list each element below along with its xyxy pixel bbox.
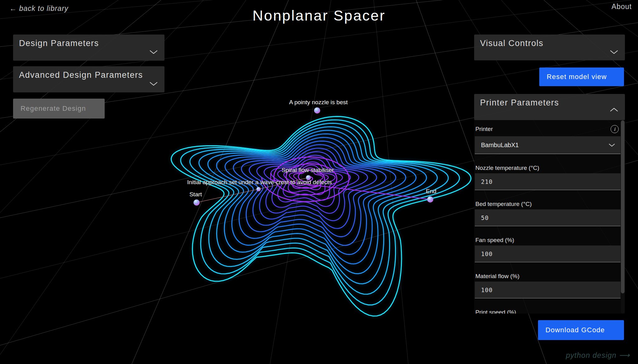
annotation-approach: Initial approach set under a wave-crest … bbox=[187, 179, 332, 186]
regenerate-design-button[interactable]: Regenerate Design bbox=[13, 99, 105, 119]
visual-controls-title: Visual Controls bbox=[480, 39, 544, 48]
scrollbar-thumb[interactable] bbox=[621, 120, 625, 293]
fan-speed-label: Fan speed (%) bbox=[475, 232, 621, 245]
advanced-design-parameters-title: Advanced Design Parameters bbox=[19, 70, 143, 80]
download-gcode-button[interactable]: Download GCode bbox=[538, 320, 624, 340]
material-flow-input[interactable] bbox=[475, 282, 621, 298]
visual-controls-header[interactable]: Visual Controls bbox=[474, 35, 625, 61]
advanced-design-parameters-panel: Advanced Design Parameters bbox=[13, 66, 164, 92]
annotation-spiral: Spiral flow stabiliser bbox=[282, 167, 334, 174]
reset-model-view-button[interactable]: Reset model view bbox=[539, 68, 624, 86]
printer-label: Printer bbox=[475, 126, 493, 133]
printer-select[interactable]: BambuLabX1 bbox=[475, 136, 621, 154]
scrollbar[interactable] bbox=[621, 120, 625, 314]
printer-parameters-title: Printer Parameters bbox=[480, 98, 559, 108]
material-flow-label: Material flow (%) bbox=[475, 268, 621, 282]
annotation-end: End bbox=[426, 188, 436, 195]
printer-parameters-header[interactable]: Printer Parameters bbox=[474, 94, 625, 120]
design-parameters-header[interactable]: Design Parameters bbox=[13, 35, 164, 61]
bed-temperature-label: Bed temperature (°C) bbox=[475, 196, 621, 209]
chevron-down-icon bbox=[150, 50, 158, 54]
annotation-start: Start bbox=[189, 191, 202, 198]
printer-parameters-body: Printer i BambuLabX1 Nozzle temperature … bbox=[474, 120, 625, 314]
about-link[interactable]: About bbox=[612, 2, 632, 11]
page-title: Nonplanar Spacer bbox=[0, 7, 638, 24]
arrow-right-icon: ⟶ bbox=[619, 351, 630, 359]
nonplanar-model bbox=[171, 116, 471, 316]
annotation-nozzle: A pointy nozzle is best bbox=[289, 99, 348, 106]
nozzle-temperature-label: Nozzle temperature (°C) bbox=[475, 160, 621, 173]
python-design-link[interactable]: python design ⟶ bbox=[566, 351, 630, 360]
chevron-down-icon bbox=[609, 143, 615, 147]
fan-speed-input[interactable] bbox=[475, 245, 621, 262]
chevron-down-icon bbox=[610, 50, 618, 54]
bed-temperature-input[interactable] bbox=[475, 209, 621, 226]
design-parameters-panel: Design Parameters bbox=[13, 35, 164, 61]
printer-select-value: BambuLabX1 bbox=[481, 142, 519, 149]
design-parameters-title: Design Parameters bbox=[19, 39, 99, 48]
chevron-down-icon bbox=[150, 82, 158, 86]
printer-parameters-panel: Printer Parameters Printer i BambuLabX1 … bbox=[474, 94, 625, 314]
credit-label: python design bbox=[566, 351, 616, 359]
nozzle-temperature-input[interactable] bbox=[475, 173, 621, 190]
info-icon[interactable]: i bbox=[611, 125, 619, 133]
chevron-up-icon bbox=[610, 108, 618, 112]
advanced-design-parameters-header[interactable]: Advanced Design Parameters bbox=[13, 66, 164, 92]
print-speed-label: Print speed (%) bbox=[475, 305, 621, 314]
visual-controls-panel: Visual Controls bbox=[474, 35, 625, 60]
